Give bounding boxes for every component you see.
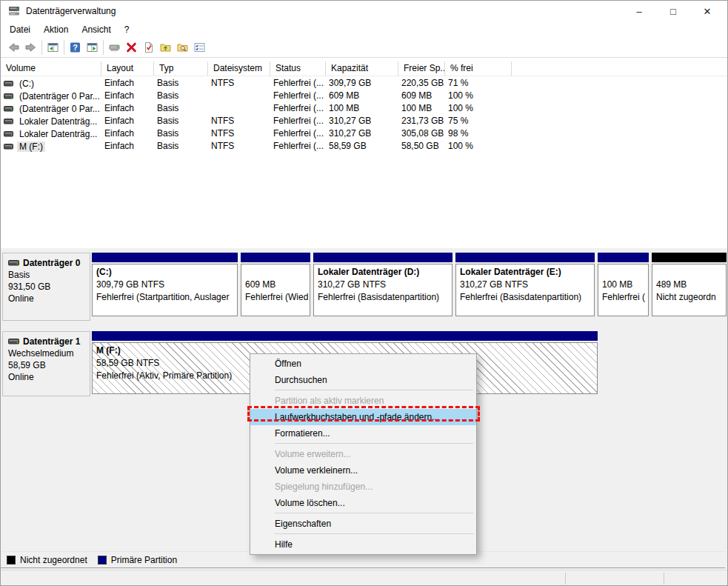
disk-icon — [8, 257, 19, 269]
cell-dateisystem — [211, 90, 270, 102]
unallocated-space[interactable]: 489 MB Nicht zugeordn — [652, 253, 727, 321]
column-header-filler — [512, 61, 728, 76]
partition-size: 489 MB — [656, 279, 722, 291]
drive-icon — [4, 104, 13, 114]
primary-partition-bar — [92, 253, 238, 262]
menu-item-laufwerkbuchstaben-aendern[interactable]: Laufwerkbuchstaben und -pfade ändern... — [250, 409, 476, 425]
task-list-icon[interactable] — [191, 40, 208, 56]
partition-size: 310,27 GB NTFS — [318, 279, 448, 291]
disk-type: Wechselmedium — [8, 347, 87, 359]
column-header-prozent-frei[interactable]: % frei — [445, 61, 512, 76]
column-header-dateisystem[interactable]: Dateisystem — [208, 61, 270, 76]
table-row-volume-f-selected[interactable]: M (F:) Einfach Basis NTFS Fehlerfrei (..… — [1, 140, 727, 153]
cell-layout: Einfach — [104, 140, 153, 153]
menu-ansicht[interactable]: Ansicht — [75, 22, 117, 37]
folder-up-icon[interactable] — [157, 40, 174, 56]
svg-text:?: ? — [73, 43, 78, 52]
cell-layout: Einfach — [104, 115, 153, 127]
cell-dateisystem: NTFS — [211, 127, 270, 140]
maximize-button[interactable]: □ — [656, 1, 690, 21]
column-header-volume[interactable]: Volume — [1, 61, 101, 76]
primary-partition-bar — [241, 253, 310, 262]
partition-d[interactable]: Lokaler Datenträger (D:) 310,27 GB NTFS … — [313, 253, 453, 321]
column-header-freier-speicher[interactable]: Freier Sp... — [398, 61, 445, 76]
partition-title: Lokaler Datenträger (D:) — [318, 266, 448, 279]
table-row-volume-d[interactable]: Lokaler Datenträg... Einfach Basis NTFS … — [1, 115, 727, 127]
column-header-typ[interactable]: Typ — [154, 61, 208, 76]
toolbar-separator — [64, 40, 64, 55]
partition-title — [602, 266, 644, 279]
partition-title — [245, 266, 306, 279]
primary-partition-bar — [455, 253, 595, 262]
partition-efi[interactable]: 100 MB Fehlerfrei ( — [598, 253, 649, 321]
disk-0-panel[interactable]: Datenträger 0 Basis 931,50 GB Online — [2, 253, 90, 321]
disk-management-app-icon — [8, 6, 20, 16]
console-tree-icon[interactable] — [44, 40, 61, 56]
cell-kapazitaet: 58,59 GB — [329, 140, 398, 153]
partition-size: 609 MB — [245, 279, 306, 291]
primary-partition-bar — [92, 331, 598, 341]
cell-prozent-frei: 100 % — [448, 90, 511, 102]
column-header-status[interactable]: Status — [270, 61, 326, 76]
partition-status: Fehlerfrei (Basisdatenpartition) — [318, 291, 448, 304]
menu-item-oeffnen[interactable]: Öffnen — [250, 356, 476, 372]
primary-partition-swatch — [98, 556, 107, 565]
column-header-layout[interactable]: Layout — [101, 61, 154, 76]
menu-item-volume-verkleinern[interactable]: Volume verkleinern... — [250, 462, 476, 479]
cell-prozent-frei: 100 % — [448, 102, 511, 115]
check-page-icon[interactable] — [140, 40, 157, 56]
menu-item-eigenschaften[interactable]: Eigenschaften — [250, 516, 476, 532]
table-row-volume-e[interactable]: Lokaler Datenträg... Einfach Basis NTFS … — [1, 127, 727, 140]
menu-item-volume-loeschen[interactable]: Volume löschen... — [250, 495, 476, 511]
delete-icon[interactable] — [123, 40, 140, 56]
menu-separator — [275, 533, 473, 534]
table-row-volume-recovery1[interactable]: (Datenträger 0 Par... Einfach Basis Fehl… — [1, 90, 727, 102]
drive-icon — [4, 129, 13, 139]
help-icon[interactable]: ? — [67, 40, 84, 56]
cell-freier-speicher: 609 MB — [401, 90, 444, 102]
cell-dateisystem: NTFS — [211, 140, 270, 153]
cell-dateisystem: NTFS — [211, 115, 270, 127]
disk-status: Online — [8, 293, 87, 304]
cell-typ: Basis — [157, 115, 207, 127]
partition-recovery[interactable]: 609 MB Fehlerfrei (Wied — [241, 253, 310, 321]
disk-name: Datenträger 1 — [23, 336, 80, 347]
menu-bar: Datei Aktion Ansicht ? — [1, 21, 727, 38]
close-button[interactable]: ✕ — [690, 1, 724, 21]
cell-freier-speicher: 305,08 GB — [401, 127, 444, 140]
menu-hilfe[interactable]: ? — [118, 22, 136, 37]
menu-aktion[interactable]: Aktion — [37, 22, 75, 37]
title-bar: Datenträgerverwaltung – □ ✕ — [1, 1, 727, 21]
partition-c[interactable]: (C:) 309,79 GB NTFS Fehlerfrei (Startpar… — [92, 253, 238, 321]
table-row-volume-c[interactable]: (C:) Einfach Basis NTFS Fehlerfrei (... … — [1, 77, 727, 90]
volume-name: Lokaler Datenträg... — [17, 129, 99, 139]
menu-item-hilfe[interactable]: Hilfe — [250, 536, 476, 553]
cell-freier-speicher: 58,50 GB — [401, 140, 444, 153]
cell-typ: Basis — [157, 77, 207, 90]
menu-datei[interactable]: Datei — [3, 22, 37, 37]
menu-item-durchsuchen[interactable]: Durchsuchen — [250, 372, 476, 388]
minimize-button[interactable]: – — [622, 1, 656, 21]
back-icon[interactable] — [5, 40, 22, 56]
rescan-disks-icon[interactable] — [106, 40, 123, 56]
menu-separator — [275, 513, 473, 513]
cell-freier-speicher: 220,35 GB — [401, 77, 444, 90]
action-pane-icon[interactable] — [84, 40, 101, 56]
cell-typ: Basis — [157, 102, 207, 115]
table-row-volume-recovery2[interactable]: (Datenträger 0 Par... Einfach Basis Fehl… — [1, 102, 727, 115]
toolbar: ? — [1, 38, 727, 58]
primary-partition-bar — [313, 253, 453, 262]
column-header-kapazitaet[interactable]: Kapazität — [326, 61, 398, 76]
partition-e[interactable]: Lokaler Datenträger (E:) 310,27 GB NTFS … — [455, 253, 595, 321]
forward-icon[interactable] — [22, 40, 39, 56]
drive-icon — [4, 116, 13, 127]
menu-item-formatieren[interactable]: Formatieren... — [250, 425, 476, 442]
cell-kapazitaet: 609 MB — [329, 90, 398, 102]
folder-search-icon[interactable] — [174, 40, 191, 56]
volume-name: M (F:) — [17, 141, 45, 152]
disk-1-panel[interactable]: Datenträger 1 Wechselmedium 58,59 GB Onl… — [2, 331, 90, 396]
partition-context-menu: Öffnen Durchsuchen Partition als aktiv m… — [250, 353, 477, 555]
menu-separator — [275, 443, 473, 444]
volume-name: (C:) — [17, 79, 36, 89]
disk-size: 931,50 GB — [8, 281, 87, 293]
